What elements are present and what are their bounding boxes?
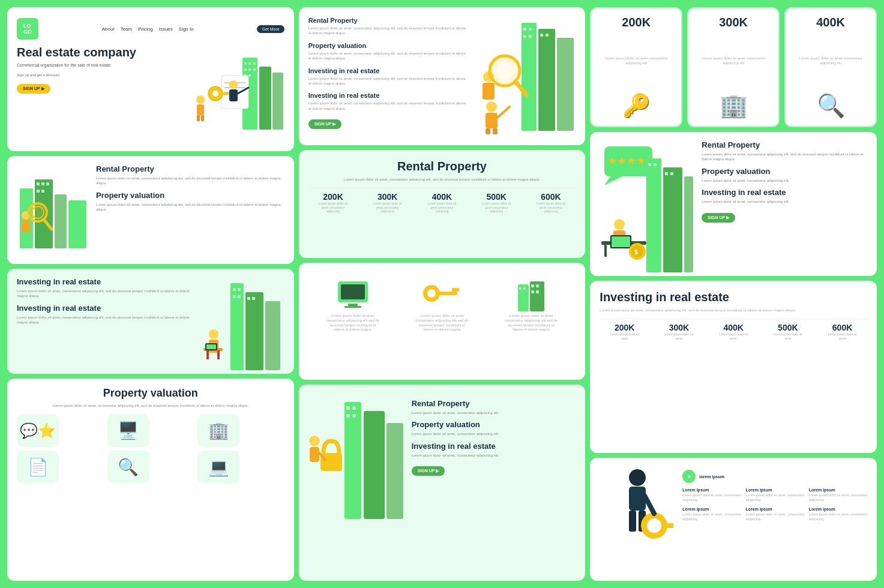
table-title-2-3: Lorem ipsum — [809, 507, 868, 511]
icon-magnifier: 🔍 — [107, 451, 149, 484]
svg-point-50 — [209, 329, 218, 339]
property-valuation-desc: Lorem ipsum dolor sit amet, consectetur … — [96, 202, 284, 212]
svg-rect-90 — [536, 284, 539, 287]
svg-rect-100 — [320, 453, 342, 471]
svg-point-81 — [427, 289, 436, 298]
table-cell-2-1: Lorem ipsum Lorem ipsum dolor sit amet, … — [682, 507, 742, 521]
stat-value-400k: 400K — [424, 192, 460, 202]
rental-big-desc: Lorem ipsum dolor sit amet, consectetur … — [308, 177, 576, 182]
rental-desc: Lorem ipsum dolor sit amet, consectetur … — [96, 176, 284, 186]
svg-rect-87 — [519, 287, 522, 290]
nav-links: About Team Pricing Issues Sign In — [46, 26, 250, 32]
svg-point-71 — [486, 101, 497, 112]
bottom-card: Rental Property Lorem ipsum dolor sit am… — [299, 385, 586, 581]
stat-desc-600k: Lorem ipsum dolor sit amet consectetur a… — [533, 202, 569, 214]
svg-text:$: $ — [634, 248, 638, 256]
table-cell-1-3: Lorem ipsum Lorem ipsum dolor sit amet, … — [809, 488, 868, 502]
table-cell-2-2: Lorem ipsum Lorem ipsum dolor sit amet, … — [746, 507, 805, 521]
inv-stat-desc-500k: Lorem ipsum dolor sit amet — [770, 332, 806, 340]
stat-600k: 600K Lorem ipsum dolor sit amet consecte… — [533, 192, 569, 214]
logo-ipsum: ★ lorem ipsum — [682, 470, 868, 483]
svg-rect-8 — [253, 68, 256, 71]
svg-rect-73 — [486, 128, 490, 134]
features-illustration — [474, 17, 576, 137]
icons-row-card: Lorem ipsum dolor sit amet consectetur a… — [299, 263, 586, 380]
svg-rect-65 — [546, 34, 549, 37]
nav-get-more-button[interactable]: Get More — [257, 25, 284, 33]
middle-signup-button[interactable]: SIGN UP ▶ — [702, 213, 735, 223]
svg-rect-29 — [55, 194, 67, 248]
svg-point-69 — [496, 62, 514, 80]
stat-400k: 400K Lorem ipsum dolor sit amet consecte… — [424, 192, 460, 214]
monitor-icon: 🖥️ — [118, 421, 139, 440]
investing-title-2: Investing in real estate — [17, 304, 193, 313]
svg-rect-21 — [197, 104, 204, 115]
svg-rect-77 — [341, 284, 365, 299]
svg-rect-74 — [493, 128, 498, 134]
building-icon: 🏢 — [208, 421, 229, 440]
svg-rect-60 — [523, 28, 526, 31]
stat-value-200k: 200K — [315, 192, 351, 202]
svg-rect-125 — [629, 487, 646, 511]
inv-stat-desc-400k: Lorem ipsum dolor sit amet — [715, 332, 751, 340]
table-cell-1-1: Lorem ipsum Lorem ipsum dolor sit amet, … — [682, 488, 742, 502]
feature-investing-title-2: Investing in real estate — [308, 92, 467, 99]
icon-laptop: 💻 — [197, 451, 239, 484]
magnifier-icon: 🔍 — [118, 457, 139, 477]
stat-card-desc-400k: Lorem ipsum dolor sit amet consectetur a… — [793, 56, 868, 66]
investing-card: Investing in real estate Lorem ipsum dol… — [7, 269, 294, 374]
top-cards-row: 200K Lorem ipsum dolor sit amet consecte… — [590, 7, 877, 127]
stats-row: 200K Lorem ipsum dolor sit amet consecte… — [308, 192, 576, 214]
svg-rect-44 — [233, 288, 236, 291]
inv-stat-value-500k: 500K — [770, 323, 806, 332]
nav-pricing[interactable]: Pricing — [138, 26, 152, 32]
svg-point-20 — [196, 95, 205, 104]
logo: LOGO — [17, 18, 38, 40]
stat-card-value-200k: 200K — [622, 16, 651, 29]
bottom-rental-desc: Lorem ipsum dolor sit amet, consectetur … — [412, 410, 576, 415]
stat-desc-500k: Lorem ipsum dolor sit amet consectetur a… — [478, 202, 514, 214]
icon-monitor: 🖥️ — [107, 414, 149, 447]
table-cell-content-1-1: Lorem ipsum dolor sit amet, consectetur … — [682, 493, 742, 502]
svg-rect-130 — [665, 523, 673, 528]
svg-point-24 — [229, 80, 238, 89]
building-top-icon: 🏢 — [720, 92, 748, 119]
svg-rect-113 — [670, 172, 673, 175]
svg-rect-23 — [201, 115, 204, 121]
features-text: Rental Property Lorem ipsum dolor sit am… — [308, 17, 467, 136]
nav-team[interactable]: Team — [121, 26, 133, 32]
papers-icon: 📄 — [28, 457, 49, 477]
nav-about[interactable]: About — [102, 26, 115, 32]
rental-property-card: Rental Property Lorem ipsum dolor sit am… — [7, 156, 294, 264]
bottom-signup-button[interactable]: SIGN UP ▶ — [412, 466, 445, 476]
feature-investing-desc-1: Lorem ipsum dolor sit amet, consectetur … — [308, 76, 467, 86]
svg-rect-120 — [612, 236, 630, 247]
nav-issues[interactable]: Issues — [159, 26, 173, 32]
stat-card-desc-300k: Lorem ipsum dolor sit amet consectetur a… — [696, 56, 771, 66]
feature-rental-title: Rental Property — [308, 17, 467, 24]
investing-illustration — [200, 277, 284, 365]
svg-rect-56 — [206, 344, 216, 349]
svg-rect-109 — [684, 176, 693, 272]
middle-investing-desc: Lorem ipsum dolor sit amet, consectetur … — [702, 199, 868, 204]
inv-stat-400k: 400K Lorem ipsum dolor sit amet — [715, 323, 751, 340]
feature-valuation-desc: Lorem ipsum dolor sit amet, consectetur … — [308, 51, 467, 61]
svg-point-101 — [309, 436, 320, 446]
stat-value-300k: 300K — [370, 192, 406, 202]
svg-rect-33 — [46, 182, 49, 185]
stat-value-500k: 500K — [478, 192, 514, 202]
logo-ipsum-icon: ★ — [682, 470, 696, 483]
rental-big-card: Rental Property Lorem ipsum dolor sit am… — [299, 150, 586, 258]
svg-line-75 — [498, 107, 510, 118]
svg-rect-62 — [523, 35, 526, 38]
middle-right-illustration: ★★★★★ — [598, 140, 694, 268]
svg-rect-93 — [344, 402, 361, 519]
svg-rect-82 — [438, 292, 457, 295]
features-signup-button[interactable]: SIGN UP ▶ — [308, 119, 342, 129]
table-cell-content-2-3: Lorem ipsum dolor sit amet, consectetur … — [809, 512, 868, 521]
property-valuation-title: Property valuation — [96, 191, 284, 200]
nav-signin[interactable]: Sign In — [179, 26, 194, 32]
svg-rect-78 — [348, 304, 358, 306]
signup-button[interactable]: SIGN UP ▶ — [17, 84, 50, 94]
stat-desc-300k: Lorem ipsum dolor sit amet consectetur a… — [370, 202, 406, 214]
